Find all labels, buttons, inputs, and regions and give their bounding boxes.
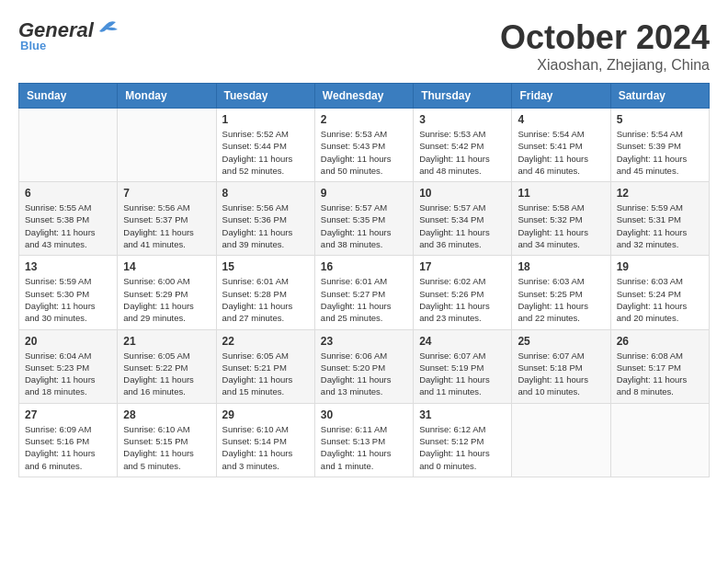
- table-row: 27Sunrise: 6:09 AM Sunset: 5:16 PM Dayli…: [19, 403, 118, 477]
- table-row: [118, 109, 216, 182]
- day-info: Sunrise: 6:06 AM Sunset: 5:20 PM Dayligh…: [321, 350, 407, 398]
- day-info: Sunrise: 6:01 AM Sunset: 5:27 PM Dayligh…: [321, 275, 407, 324]
- table-row: [610, 403, 709, 477]
- table-row: 19Sunrise: 6:03 AM Sunset: 5:24 PM Dayli…: [610, 256, 709, 329]
- table-row: 4Sunrise: 5:54 AM Sunset: 5:41 PM Daylig…: [512, 109, 610, 182]
- location: Xiaoshan, Zhejiang, China: [500, 57, 710, 74]
- table-row: 16Sunrise: 6:01 AM Sunset: 5:27 PM Dayli…: [314, 256, 413, 329]
- table-row: 15Sunrise: 6:01 AM Sunset: 5:28 PM Dayli…: [216, 256, 314, 329]
- table-row: 12Sunrise: 5:59 AM Sunset: 5:31 PM Dayli…: [610, 182, 709, 256]
- day-info: Sunrise: 6:04 AM Sunset: 5:23 PM Dayligh…: [25, 350, 111, 398]
- day-number: 7: [123, 187, 210, 200]
- day-number: 5: [617, 113, 703, 126]
- day-info: Sunrise: 6:01 AM Sunset: 5:28 PM Dayligh…: [222, 275, 309, 324]
- table-row: 14Sunrise: 6:00 AM Sunset: 5:29 PM Dayli…: [118, 256, 216, 329]
- day-number: 28: [123, 408, 210, 421]
- table-row: 26Sunrise: 6:08 AM Sunset: 5:17 PM Dayli…: [610, 329, 709, 403]
- logo-blue-text: Blue: [18, 39, 46, 52]
- day-info: Sunrise: 6:05 AM Sunset: 5:21 PM Dayligh…: [222, 350, 309, 398]
- day-number: 4: [518, 113, 604, 126]
- day-number: 14: [123, 260, 210, 273]
- day-number: 17: [419, 260, 506, 273]
- day-info: Sunrise: 6:10 AM Sunset: 5:14 PM Dayligh…: [222, 423, 309, 472]
- table-row: 7Sunrise: 5:56 AM Sunset: 5:37 PM Daylig…: [118, 182, 216, 256]
- col-friday: Friday: [512, 84, 610, 109]
- table-row: [19, 109, 118, 182]
- day-number: 24: [419, 335, 506, 348]
- day-info: Sunrise: 6:12 AM Sunset: 5:12 PM Dayligh…: [419, 423, 506, 472]
- day-info: Sunrise: 6:03 AM Sunset: 5:24 PM Dayligh…: [617, 275, 703, 324]
- col-thursday: Thursday: [414, 84, 512, 109]
- day-info: Sunrise: 6:05 AM Sunset: 5:22 PM Dayligh…: [123, 350, 210, 398]
- day-number: 29: [222, 408, 309, 421]
- col-monday: Monday: [118, 84, 216, 109]
- col-sunday: Sunday: [19, 84, 118, 109]
- col-tuesday: Tuesday: [216, 84, 314, 109]
- day-number: 13: [25, 260, 111, 273]
- day-info: Sunrise: 5:54 AM Sunset: 5:39 PM Dayligh…: [617, 128, 703, 177]
- table-row: 22Sunrise: 6:05 AM Sunset: 5:21 PM Dayli…: [216, 329, 314, 403]
- day-info: Sunrise: 5:57 AM Sunset: 5:35 PM Dayligh…: [321, 201, 407, 250]
- table-row: 30Sunrise: 6:11 AM Sunset: 5:13 PM Dayli…: [314, 403, 413, 477]
- day-number: 1: [222, 113, 309, 126]
- day-info: Sunrise: 5:55 AM Sunset: 5:38 PM Dayligh…: [25, 201, 111, 250]
- day-info: Sunrise: 6:09 AM Sunset: 5:16 PM Dayligh…: [25, 423, 111, 472]
- calendar-week-row: 13Sunrise: 5:59 AM Sunset: 5:30 PM Dayli…: [19, 256, 710, 329]
- day-number: 30: [321, 408, 407, 421]
- day-number: 8: [222, 187, 309, 200]
- day-info: Sunrise: 6:08 AM Sunset: 5:17 PM Dayligh…: [617, 350, 703, 398]
- day-info: Sunrise: 5:53 AM Sunset: 5:43 PM Dayligh…: [321, 128, 407, 177]
- table-row: 8Sunrise: 5:56 AM Sunset: 5:36 PM Daylig…: [216, 182, 314, 256]
- day-info: Sunrise: 5:52 AM Sunset: 5:44 PM Dayligh…: [222, 128, 309, 177]
- day-number: 11: [518, 187, 604, 200]
- table-row: 18Sunrise: 6:03 AM Sunset: 5:25 PM Dayli…: [512, 256, 610, 329]
- day-info: Sunrise: 6:02 AM Sunset: 5:26 PM Dayligh…: [419, 275, 506, 324]
- table-row: 25Sunrise: 6:07 AM Sunset: 5:18 PM Dayli…: [512, 329, 610, 403]
- day-number: 31: [419, 408, 506, 421]
- logo-bird-icon: [94, 20, 119, 40]
- col-saturday: Saturday: [610, 84, 709, 109]
- day-number: 27: [25, 408, 111, 421]
- month-title: October 2024: [500, 18, 710, 57]
- day-info: Sunrise: 6:03 AM Sunset: 5:25 PM Dayligh…: [518, 275, 604, 324]
- table-row: 6Sunrise: 5:55 AM Sunset: 5:38 PM Daylig…: [19, 182, 118, 256]
- table-row: 9Sunrise: 5:57 AM Sunset: 5:35 PM Daylig…: [314, 182, 413, 256]
- table-row: 17Sunrise: 6:02 AM Sunset: 5:26 PM Dayli…: [414, 256, 512, 329]
- day-number: 9: [321, 187, 407, 200]
- table-row: 28Sunrise: 6:10 AM Sunset: 5:15 PM Dayli…: [118, 403, 216, 477]
- table-row: 24Sunrise: 6:07 AM Sunset: 5:19 PM Dayli…: [414, 329, 512, 403]
- day-number: 15: [222, 260, 309, 273]
- table-row: 23Sunrise: 6:06 AM Sunset: 5:20 PM Dayli…: [314, 329, 413, 403]
- logo: General Blue: [18, 18, 119, 52]
- table-row: 3Sunrise: 5:53 AM Sunset: 5:42 PM Daylig…: [414, 109, 512, 182]
- title-section: October 2024 Xiaoshan, Zhejiang, China: [500, 18, 710, 74]
- day-info: Sunrise: 5:58 AM Sunset: 5:32 PM Dayligh…: [518, 201, 604, 250]
- table-row: 1Sunrise: 5:52 AM Sunset: 5:44 PM Daylig…: [216, 109, 314, 182]
- day-info: Sunrise: 5:54 AM Sunset: 5:41 PM Dayligh…: [518, 128, 604, 177]
- calendar-week-row: 20Sunrise: 6:04 AM Sunset: 5:23 PM Dayli…: [19, 329, 710, 403]
- day-number: 16: [321, 260, 407, 273]
- day-number: 10: [419, 187, 506, 200]
- day-info: Sunrise: 5:56 AM Sunset: 5:37 PM Dayligh…: [123, 201, 210, 250]
- day-info: Sunrise: 5:59 AM Sunset: 5:30 PM Dayligh…: [25, 275, 111, 324]
- day-info: Sunrise: 5:57 AM Sunset: 5:34 PM Dayligh…: [419, 201, 506, 250]
- table-row: 13Sunrise: 5:59 AM Sunset: 5:30 PM Dayli…: [19, 256, 118, 329]
- page-header: General Blue October 2024 Xiaoshan, Zhej…: [18, 18, 710, 74]
- table-row: 29Sunrise: 6:10 AM Sunset: 5:14 PM Dayli…: [216, 403, 314, 477]
- day-info: Sunrise: 6:10 AM Sunset: 5:15 PM Dayligh…: [123, 423, 210, 472]
- day-number: 23: [321, 335, 407, 348]
- calendar-table: Sunday Monday Tuesday Wednesday Thursday…: [18, 83, 710, 477]
- day-number: 26: [617, 335, 703, 348]
- day-info: Sunrise: 6:00 AM Sunset: 5:29 PM Dayligh…: [123, 275, 210, 324]
- day-number: 18: [518, 260, 604, 273]
- table-row: 31Sunrise: 6:12 AM Sunset: 5:12 PM Dayli…: [414, 403, 512, 477]
- day-number: 20: [25, 335, 111, 348]
- calendar-week-row: 27Sunrise: 6:09 AM Sunset: 5:16 PM Dayli…: [19, 403, 710, 477]
- day-info: Sunrise: 6:07 AM Sunset: 5:19 PM Dayligh…: [419, 350, 506, 398]
- table-row: [512, 403, 610, 477]
- day-number: 21: [123, 335, 210, 348]
- calendar-week-row: 1Sunrise: 5:52 AM Sunset: 5:44 PM Daylig…: [19, 109, 710, 182]
- table-row: 21Sunrise: 6:05 AM Sunset: 5:22 PM Dayli…: [118, 329, 216, 403]
- calendar-header-row: Sunday Monday Tuesday Wednesday Thursday…: [19, 84, 710, 109]
- day-info: Sunrise: 6:11 AM Sunset: 5:13 PM Dayligh…: [321, 423, 407, 472]
